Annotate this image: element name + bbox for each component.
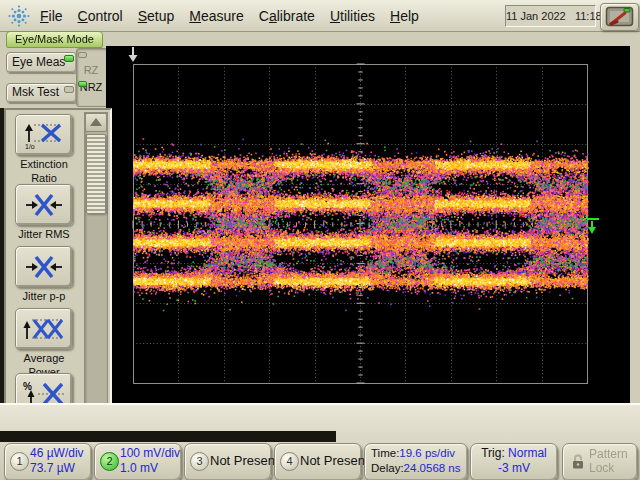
nrz-led [78, 81, 87, 87]
jitter-pp-icon [24, 254, 64, 280]
trigger-button[interactable]: Trig: Normal -3 mV [470, 443, 558, 480]
average-power-button[interactable] [15, 308, 73, 350]
rz-label: RZ [78, 64, 104, 76]
menu-help[interactable]: Help [390, 8, 419, 24]
channel-4-button[interactable]: 4 Not Present [274, 443, 362, 480]
trig-mode-value: Normal [508, 446, 547, 460]
menu-control[interactable]: Control [78, 8, 123, 24]
jitter-pp-button[interactable] [15, 246, 73, 288]
pattern-lock-button[interactable]: Pattern Lock [562, 443, 638, 480]
extinction-ratio-icon: 1/o [22, 120, 66, 150]
status-bar-divider [0, 431, 336, 442]
trigger-level-marker-icon [580, 215, 602, 236]
msk-test-label: Msk Test [12, 85, 59, 99]
channel-1-button[interactable]: 1 46 µW/div 73.7 µW [4, 443, 92, 480]
time-label: Time: [371, 447, 399, 459]
channel-1-offset: 73.7 µW [30, 461, 84, 476]
dca-scope-screen: File Control Setup Measure Calibrate Uti… [0, 0, 640, 480]
agilent-logo-icon [4, 3, 34, 30]
padlock-icon [571, 453, 585, 470]
channel-2-scale: 100 mV/div 1.0 mV [120, 446, 180, 476]
channel-3-button[interactable]: 3 Not Present [184, 443, 272, 480]
tool-average-power: Average Power [8, 308, 80, 378]
tool-jitter-rms: Jitter RMS [8, 184, 80, 240]
channel-2-button[interactable]: 2 100 mV/div 1.0 mV [94, 443, 182, 480]
menu-file[interactable]: File [40, 8, 63, 24]
jitter-rms-button[interactable] [15, 184, 73, 226]
tool-label: Average [8, 353, 80, 364]
tab-eye-mask-mode[interactable]: Eye/Mask Mode [6, 31, 103, 48]
rz-nrz-selector: RZ NRZ [76, 48, 108, 107]
msk-test-led [64, 86, 74, 93]
trig-label: Trig: [481, 446, 505, 460]
time-reference-marker-icon [124, 46, 142, 64]
menu-utilities[interactable]: Utilities [330, 8, 375, 24]
channel-2-scale-per-div: 100 mV/div [120, 446, 180, 461]
tool-jitter-pp: Jitter p-p [8, 246, 80, 302]
scrollbar-thumb[interactable] [86, 134, 106, 214]
tool-label: Jitter RMS [8, 229, 80, 240]
timebase-button[interactable]: Time:19.6 ps/div Delay:24.0568 ns [364, 443, 468, 480]
channel-1-scale: 46 µW/div 73.7 µW [30, 446, 84, 476]
channel-2-badge: 2 [100, 452, 119, 471]
msk-test-button[interactable]: Msk Test [6, 83, 77, 103]
extinction-ratio-button[interactable]: 1/o [15, 114, 73, 156]
menu-setup[interactable]: Setup [138, 8, 175, 24]
pattern-lock-label: Pattern Lock [589, 447, 628, 475]
trig-level-value: -3 mV [498, 461, 530, 475]
measurement-toolbar: 1/o Extinction Ratio Jitter RMS [4, 108, 112, 435]
delay-label: Delay: [371, 462, 404, 474]
toolbar-scrollbar[interactable] [84, 112, 108, 430]
touchscreen-icon [605, 6, 635, 28]
eye-meas-label: Eye Meas [12, 55, 65, 69]
average-power-icon [22, 315, 66, 343]
tool-label: Jitter p-p [8, 291, 80, 302]
tool-label: Extinction [8, 159, 80, 170]
touchscreen-toggle-button[interactable] [600, 3, 639, 31]
tool-label: Ratio [8, 173, 80, 184]
jitter-rms-icon [24, 192, 64, 218]
menu-bar-items: File Control Setup Measure Calibrate Uti… [40, 8, 419, 24]
rz-button[interactable]: RZ [78, 51, 104, 77]
up-arrow-icon [90, 118, 102, 126]
svg-text:%: % [23, 381, 32, 392]
menu-calibrate[interactable]: Calibrate [259, 8, 315, 24]
timebase-readout: Time:19.6 ps/div Delay:24.0568 ns [371, 446, 461, 476]
eye-meas-led [64, 55, 74, 62]
channel-4-status: Not Present [300, 453, 369, 468]
rz-led [78, 52, 87, 58]
waveform-display [112, 46, 630, 403]
nrz-button[interactable]: NRZ [78, 78, 104, 104]
channel-1-badge: 1 [10, 452, 29, 471]
eye-meas-button[interactable]: Eye Meas [6, 52, 77, 73]
time-value: 19.6 ps/div [399, 447, 455, 459]
delay-value: 24.0568 ns [404, 462, 461, 474]
channel-4-badge: 4 [280, 452, 299, 471]
menubar: File Control Setup Measure Calibrate Uti… [0, 0, 640, 32]
eye-diagram-canvas [112, 46, 630, 403]
tool-extinction-ratio: 1/o Extinction Ratio [8, 114, 80, 184]
channel-2-offset: 1.0 mV [120, 461, 180, 476]
status-bar: 1 46 µW/div 73.7 µW 2 100 mV/div 1.0 mV … [0, 403, 640, 480]
datetime-display: 11 Jan 2022 11:18 [505, 5, 596, 27]
scrollbar-up-button[interactable] [85, 113, 107, 132]
channel-3-badge: 3 [190, 452, 209, 471]
menu-measure[interactable]: Measure [189, 8, 243, 24]
channel-3-status: Not Present [210, 453, 279, 468]
svg-text:1/o: 1/o [25, 143, 35, 150]
trigger-readout: Trig: Normal -3 mV [471, 446, 557, 476]
channel-1-scale-per-div: 46 µW/div [30, 446, 84, 461]
